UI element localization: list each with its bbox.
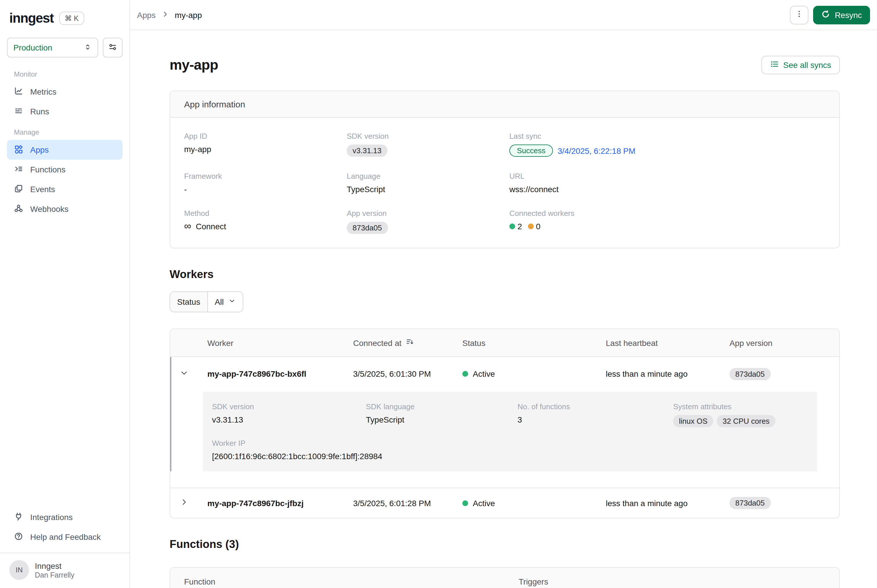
worker-name: my-app-747c8967bc-bx6fl xyxy=(198,369,344,378)
breadcrumb-apps[interactable]: Apps xyxy=(137,10,156,20)
sidebar-item-functions[interactable]: Functions xyxy=(7,160,123,179)
sidebar-item-apps[interactable]: Apps xyxy=(7,140,123,160)
sidebar-item-metrics[interactable]: Metrics xyxy=(7,82,123,102)
column-app-version: App version xyxy=(720,338,839,347)
worker-row[interactable]: my-app-747c8967bc-bx6fl 3/5/2025, 6:01:3… xyxy=(170,357,839,391)
app-information-header: App information xyxy=(170,91,839,118)
code-list-icon xyxy=(14,164,23,175)
sidebar-item-label: Events xyxy=(30,184,55,194)
environment-row: Production xyxy=(7,38,123,57)
user-org: Inngest xyxy=(35,561,74,570)
chevron-up-down-icon xyxy=(84,43,92,52)
sidebar-item-webhooks[interactable]: Webhooks xyxy=(7,199,123,219)
detail-worker-ip: Worker IP [2600:1f16:96c:6802:1bcc:1009:… xyxy=(212,439,808,461)
user-name: Dan Farrelly xyxy=(35,571,74,579)
see-all-syncs-button[interactable]: See all syncs xyxy=(761,56,840,74)
field-label: Last sync xyxy=(509,132,825,141)
field-label: App version xyxy=(347,209,509,218)
environment-name: Production xyxy=(14,43,52,52)
worker-version: 873da05 xyxy=(720,368,839,380)
environment-selector[interactable]: Production xyxy=(7,38,98,57)
detail-sdk-language: SDK language TypeScript xyxy=(366,402,518,427)
sidebar-item-label: Integrations xyxy=(30,513,73,522)
field-value: wss://connect xyxy=(509,184,825,194)
sidebar-item-label: Apps xyxy=(30,145,49,154)
status-filter-label: Status xyxy=(170,292,208,312)
worker-details-grid: SDK version v3.31.13 SDK language TypeSc… xyxy=(212,402,808,427)
field-value: my-app xyxy=(184,144,347,154)
active-workers-count: 2 xyxy=(509,222,522,231)
apps-grid-icon xyxy=(14,144,23,155)
infinity-icon: ∞ xyxy=(184,222,191,231)
question-circle-icon xyxy=(14,531,23,542)
refresh-icon xyxy=(821,10,830,20)
user-profile[interactable]: IN Inngest Dan Farrelly xyxy=(0,553,129,588)
last-sync-time-link[interactable]: 3/4/2025, 6:22:18 PM xyxy=(557,146,635,155)
active-dot-icon xyxy=(509,224,515,229)
field-app-id: App ID my-app xyxy=(184,132,347,157)
column-last-heartbeat: Last heartbeat xyxy=(596,338,720,347)
chevron-down-icon xyxy=(180,369,188,379)
main-area: Apps my-app Resync xyxy=(130,0,877,588)
field-framework: Framework - xyxy=(184,172,347,194)
functions-table-header: Function Triggers xyxy=(170,568,839,588)
column-function: Function xyxy=(170,577,505,586)
workers-table: Worker Connected at Status Last heartbea… xyxy=(170,328,840,518)
app-information-grid: App ID my-app SDK version v3.31.13 Last … xyxy=(170,118,839,248)
workers-table-header: Worker Connected at Status Last heartbea… xyxy=(170,329,839,357)
column-connected-at[interactable]: Connected at xyxy=(344,338,453,348)
inngest-logo: inngest xyxy=(9,10,53,26)
chevron-right-icon xyxy=(180,498,188,508)
environment-settings-button[interactable] xyxy=(103,38,123,57)
detail-no-of-functions: No. of functions 3 xyxy=(518,402,673,427)
topbar: Apps my-app Resync xyxy=(130,0,877,30)
field-language: Language TypeScript xyxy=(347,172,509,194)
logo-row: inngest ⌘ K xyxy=(7,7,123,27)
field-value: Connect xyxy=(196,222,226,231)
more-actions-button[interactable] xyxy=(790,6,809,24)
list-icon xyxy=(770,60,779,70)
detail-label: Worker IP xyxy=(212,439,808,447)
sidebar-nav: Monitor Metrics Runs Manage Apps xyxy=(7,63,123,219)
field-method: Method ∞ Connect xyxy=(184,209,347,234)
breadcrumb: Apps my-app xyxy=(137,10,202,20)
field-last-sync: Last sync Success 3/4/2025, 6:22:18 PM xyxy=(509,132,825,157)
sidebar-item-help[interactable]: Help and Feedback xyxy=(7,527,123,547)
expand-row-button[interactable] xyxy=(170,498,198,508)
inactive-workers-count: 0 xyxy=(528,222,541,231)
sidebar: inngest ⌘ K Production Monitor xyxy=(0,0,130,588)
worker-heartbeat: less than a minute ago xyxy=(596,369,720,378)
worker-name: my-app-747c8967bc-jfbzj xyxy=(198,498,344,508)
detail-value: 3 xyxy=(518,415,673,424)
status-filter-value[interactable]: All xyxy=(208,292,243,312)
sidebar-item-runs[interactable]: Runs xyxy=(7,102,123,122)
sidebar-item-events[interactable]: Events xyxy=(7,179,123,199)
worker-row[interactable]: my-app-747c8967bc-jfbzj 3/5/2025, 6:01:2… xyxy=(170,488,839,518)
detail-system-attributes: System attributes linux OS 32 CPU cores xyxy=(673,402,808,427)
resync-button[interactable]: Resync xyxy=(813,6,870,24)
detail-value: v3.31.13 xyxy=(212,415,366,424)
field-label: Language xyxy=(347,172,509,180)
field-label: Method xyxy=(184,209,347,218)
command-k-shortcut[interactable]: ⌘ K xyxy=(59,12,84,25)
field-label: SDK version xyxy=(347,132,509,141)
functions-table: Function Triggers xyxy=(170,567,840,588)
status-filter[interactable]: Status All xyxy=(170,291,244,312)
worker-status: Active xyxy=(453,498,596,508)
nav-section-monitor: Monitor xyxy=(7,63,123,82)
chart-line-icon xyxy=(14,86,23,97)
worker-heartbeat: less than a minute ago xyxy=(596,498,720,508)
attribute-badge: linux OS xyxy=(673,415,713,427)
active-dot-icon xyxy=(462,500,468,506)
worker-connected-at: 3/5/2025, 6:01:28 PM xyxy=(344,498,453,508)
app-information-card: App information App ID my-app SDK versio… xyxy=(170,90,840,248)
sync-status-badge: Success xyxy=(509,144,553,157)
sidebar-item-integrations[interactable]: Integrations xyxy=(7,507,123,527)
app-version-badge: 873da05 xyxy=(347,222,388,234)
resync-label: Resync xyxy=(835,10,862,20)
detail-label: No. of functions xyxy=(518,402,673,411)
user-info: Inngest Dan Farrelly xyxy=(35,561,74,579)
sdk-version-badge: v3.31.13 xyxy=(347,144,387,157)
title-row: my-app See all syncs xyxy=(170,56,840,74)
collapse-row-button[interactable] xyxy=(170,369,198,379)
